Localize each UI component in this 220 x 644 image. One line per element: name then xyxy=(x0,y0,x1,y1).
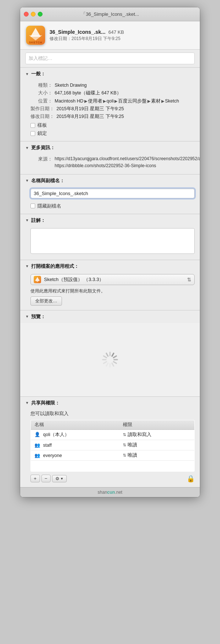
name-section-header[interactable]: ▼ 名稱與副檔名： xyxy=(20,175,200,187)
lock-icon[interactable]: 🔒 xyxy=(187,475,195,483)
tag-placeholder: 加入標記… xyxy=(29,55,52,61)
locked-label: 鎖定 xyxy=(37,130,47,137)
svg-line-5 xyxy=(112,363,114,366)
shancun-text: shan xyxy=(98,490,107,495)
general-section-label: 一般： xyxy=(31,71,45,77)
tag-input[interactable]: 加入標記… xyxy=(25,53,195,64)
template-checkbox[interactable] xyxy=(30,123,35,128)
sharing-section-header[interactable]: ▼ 共享與權限： xyxy=(20,397,200,409)
file-modified-date: 修改日期：2015年8月19日 下午9:25 xyxy=(50,36,194,42)
open-with-section: ▼ 打開檔案的應用程式： Sketch（預設值） （3.3.3） ⇅ 使用此應用… xyxy=(20,260,200,310)
sharing-table-header-row: 名稱 權限 xyxy=(31,420,195,429)
hide-ext-checkbox[interactable] xyxy=(30,204,35,208)
comments-section-header[interactable]: ▼ 註解： xyxy=(20,214,200,227)
icon-label: SKETCH xyxy=(26,41,45,44)
app-selector[interactable]: Sketch（預設值） （3.3.3） ⇅ xyxy=(30,274,195,285)
remove-user-button[interactable]: − xyxy=(41,475,51,482)
path-arrow-0: ▶ xyxy=(84,98,87,105)
file-name-row: 36_Simple_Icons_.sk... 647 KB xyxy=(50,29,194,35)
triangle-icon: ▼ xyxy=(25,218,29,222)
path-arrow-2: ▶ xyxy=(114,98,117,105)
general-section-header[interactable]: ▼ 一般： xyxy=(20,68,200,80)
svg-line-8 xyxy=(104,361,107,363)
path-part-2: qoli xyxy=(107,97,114,105)
modified-label: 修改日期： xyxy=(30,113,54,120)
svg-line-10 xyxy=(104,356,107,358)
more-info-section-label: 更多資訊： xyxy=(31,144,55,151)
table-row: 👤 qoli（本人） ⇅ 讀取和寫入 xyxy=(31,429,195,440)
triangle-icon: ▼ xyxy=(25,72,29,76)
path-arrow-1: ▶ xyxy=(103,98,106,105)
location-label: 位置： xyxy=(30,97,52,105)
triangle-icon: ▼ xyxy=(25,264,29,268)
type-label: 種類： xyxy=(30,82,52,89)
svg-line-7 xyxy=(106,363,108,366)
type-row: 種類： Sketch Drawing xyxy=(30,82,195,89)
file-size: 647 KB xyxy=(109,29,124,35)
app-name: Sketch（預設值） （3.3.3） xyxy=(44,276,187,283)
triangle-icon: ▼ xyxy=(25,146,29,150)
triangle-icon: ▼ xyxy=(25,401,29,405)
file-info: 36_Simple_Icons_.sk... 647 KB 修改日期：2015年… xyxy=(50,29,194,42)
gear-icon: ⚙ xyxy=(55,476,59,481)
path-part-4: 素材 xyxy=(151,97,161,105)
name-section: ▼ 名稱與副檔名： 隱藏副檔名 xyxy=(20,174,200,214)
modified-row: 修改日期： 2015年8月19日 星期三 下午9:25 xyxy=(30,113,195,120)
gear-button[interactable]: ⚙ ▼ xyxy=(52,475,67,482)
sharing-table: 名稱 權限 👤 qoli（本人） ⇅ 讀取和寫入 xyxy=(30,420,195,472)
preview-area xyxy=(20,323,200,396)
path-part-0: Macintosh HD xyxy=(55,97,84,105)
minimize-button[interactable] xyxy=(31,12,36,17)
user-name-text-1: staff xyxy=(43,443,51,448)
app-icon xyxy=(34,276,41,283)
preview-section-header[interactable]: ▼ 預覽： xyxy=(20,310,200,323)
maximize-button[interactable] xyxy=(38,12,43,17)
more-info-section-header[interactable]: ▼ 更多資訊： xyxy=(20,141,200,154)
more-info-section-body: 來源： https://d13yacurqjgara.cloudfront.ne… xyxy=(20,154,200,174)
locked-checkbox-row: 鎖定 xyxy=(30,130,195,137)
file-header: SKETCH 36_Simple_Icons_.sk... 647 KB 修改日… xyxy=(20,21,200,50)
shancun-domain: .net xyxy=(115,490,122,495)
triangle-icon: ▼ xyxy=(25,314,29,319)
user-icon-1: 👥 xyxy=(34,443,40,448)
title-bar: 「36_Simple_Icons_.sket... xyxy=(20,7,200,21)
type-value: Sketch Drawing xyxy=(55,82,195,89)
source-label: 來源： xyxy=(30,155,52,169)
sharing-description: 您可以讀取和寫入 xyxy=(30,411,195,417)
comment-textarea[interactable] xyxy=(30,228,195,254)
locked-checkbox[interactable] xyxy=(30,131,35,136)
open-with-section-header[interactable]: ▼ 打開檔案的應用程式： xyxy=(20,260,200,273)
user-name-1: 👥 staff xyxy=(31,440,119,450)
comments-section-body xyxy=(20,227,200,260)
perm-arrow-icon-0: ⇅ xyxy=(123,432,126,437)
svg-line-11 xyxy=(106,353,108,356)
add-user-button[interactable]: + xyxy=(30,475,40,482)
created-row: 製作日期： 2015年8月19日 星期三 下午9:25 xyxy=(30,105,195,113)
name-section-body: 隱藏副檔名 xyxy=(20,187,200,214)
svg-line-1 xyxy=(112,353,114,356)
user-name-text-0: qoli（本人） xyxy=(43,432,69,437)
close-button[interactable] xyxy=(24,12,29,17)
app-name-text: Sketch（預設值） xyxy=(44,277,82,282)
path-arrow-4: ▶ xyxy=(161,98,164,105)
comments-section: ▼ 註解： xyxy=(20,214,200,260)
perm-arrow-icon-2: ⇅ xyxy=(123,453,126,458)
size-label: 大小： xyxy=(30,89,52,97)
app-selector-arrows-icon: ⇅ xyxy=(187,277,191,283)
change-all-button[interactable]: 全部更改… xyxy=(30,296,62,306)
col-permission-header: 權限 xyxy=(119,420,195,429)
user-permission-1: ⇅ 唯讀 xyxy=(119,440,195,450)
perm-text-1: 唯讀 xyxy=(128,442,137,448)
change-all-btn-row: 全部更改… xyxy=(30,296,195,306)
path-part-3: 百度云同步盤 xyxy=(118,97,147,105)
app-version-text: （3.3.3） xyxy=(84,277,104,282)
user-name-text-2: everyone xyxy=(43,453,62,458)
user-icon-2: 👥 xyxy=(34,453,40,458)
sharing-section: ▼ 共享與權限： 您可以讀取和寫入 名稱 權限 👤 qoli（本人） xyxy=(20,396,200,487)
shancun-logo: shancun.net xyxy=(98,490,122,495)
filename-input[interactable] xyxy=(30,188,195,198)
sharing-section-label: 共享與權限： xyxy=(31,400,60,406)
window-title: 「36_Simple_Icons_.sket... xyxy=(81,11,139,18)
user-icon-0: 👤 xyxy=(34,432,40,437)
perm-arrow-icon-1: ⇅ xyxy=(123,443,126,447)
